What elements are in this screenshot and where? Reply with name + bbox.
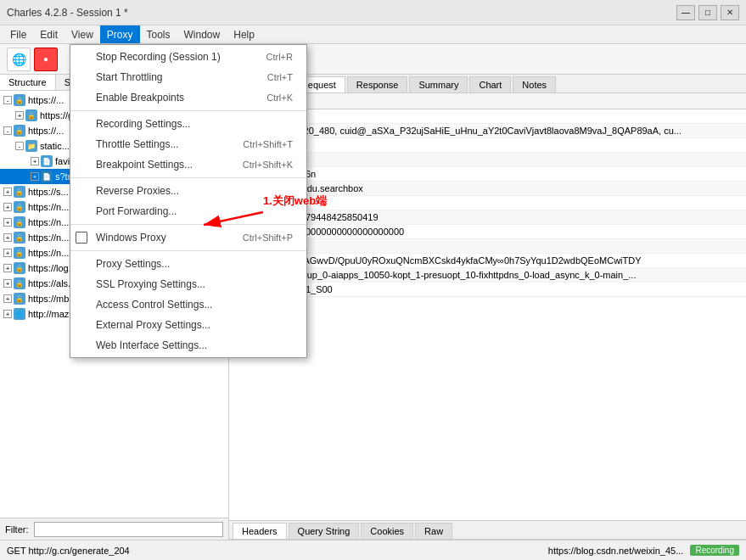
separator-2 bbox=[70, 177, 306, 178]
menu-ssl-proxying-settings[interactable]: SSL Proxying Settings... bbox=[70, 274, 306, 294]
menu-enable-breakpoints[interactable]: Enable Breakpoints Ctrl+K bbox=[70, 87, 306, 108]
menu-throttle-settings[interactable]: Throttle Settings... Ctrl+Shift+T bbox=[70, 134, 306, 154]
separator-4 bbox=[70, 250, 306, 251]
menu-external-proxy-settings[interactable]: External Proxy Settings... bbox=[70, 315, 306, 335]
menu-windows-proxy[interactable]: Windows Proxy Ctrl+Shift+P bbox=[70, 227, 306, 248]
separator-3 bbox=[70, 224, 306, 225]
annotation-text: 1.关闭web端 bbox=[263, 193, 327, 209]
menu-overlay[interactable]: Stop Recording (Session 1) Ctrl+R Start … bbox=[0, 0, 746, 560]
windows-proxy-icon bbox=[76, 232, 87, 244]
menu-recording-settings[interactable]: Recording Settings... bbox=[70, 114, 306, 134]
menu-access-control-settings[interactable]: Access Control Settings... bbox=[70, 294, 306, 315]
menu-start-throttling[interactable]: Start Throttling Ctrl+T bbox=[70, 67, 306, 87]
menu-stop-recording[interactable]: Stop Recording (Session 1) Ctrl+R bbox=[70, 47, 306, 67]
separator-1 bbox=[70, 110, 306, 111]
menu-web-interface-settings[interactable]: Web Interface Settings... bbox=[70, 335, 306, 356]
menu-breakpoint-settings[interactable]: Breakpoint Settings... Ctrl+Shift+K bbox=[70, 154, 306, 175]
menu-proxy-settings[interactable]: Proxy Settings... bbox=[70, 254, 306, 274]
